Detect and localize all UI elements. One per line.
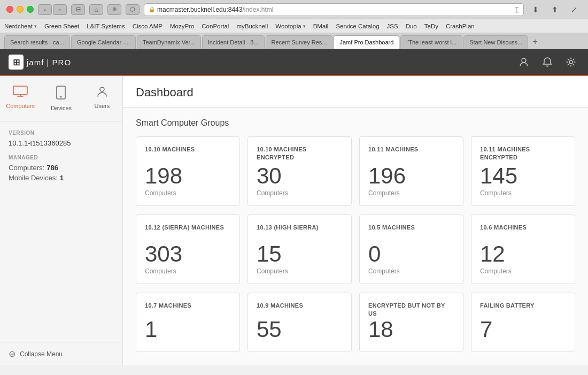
card-count: 303 [145, 243, 231, 265]
card-count: 196 [368, 165, 454, 187]
bookmark-mozy[interactable]: MozyPro [170, 23, 194, 29]
notifications-icon[interactable] [539, 53, 556, 71]
tabs-bar: Search results - ca... Google Calendar -… [0, 33, 588, 49]
tab-start-new-discuss[interactable]: Start New Discuss... [463, 35, 528, 49]
app-wrapper: ⊞ jamf | PRO Computers [0, 49, 588, 365]
users-icon [96, 86, 109, 101]
card-10-9-machines[interactable]: 10.9 MACHINES 55 [247, 293, 352, 352]
card-count: 145 [480, 165, 566, 187]
card-10-11-machines-enc[interactable]: 10.11 MACHINES ENCRYPTED 145 Computers [471, 136, 575, 206]
card-count: 15 [257, 243, 343, 265]
sidebar-item-users[interactable]: Users [82, 80, 122, 117]
tab-incident-detail[interactable]: Incident Detail - 8... [202, 35, 265, 49]
bookmark-lait[interactable]: L&IT Systems [87, 23, 125, 29]
cards-grid-row3: 10.7 MACHINES 1 10.9 MACHINES 55 [136, 293, 575, 352]
tab-search-results[interactable]: Search results - ca... [4, 35, 70, 49]
back-button[interactable]: ‹ [38, 4, 52, 15]
card-label: Computers [368, 189, 454, 197]
card-10-13-machines[interactable]: 10.13 (HIGH SIERRA) 15 Computers [247, 215, 352, 284]
mobile-managed-count: 1 [60, 174, 64, 182]
card-10-6-machines[interactable]: 10.6 MACHINES 12 Computers [471, 215, 575, 284]
bookmark-mybucknell[interactable]: myBucknell [236, 23, 268, 29]
tab-jamf-dashboard[interactable]: Jamf Pro Dashboard [334, 35, 399, 49]
svg-point-4 [60, 96, 62, 98]
nav-buttons: ‹ › [38, 4, 67, 15]
page-title: Dashboard [136, 86, 575, 100]
mobile-managed-label: Mobile Devices: [9, 174, 58, 182]
managed-label: MANAGED [9, 155, 114, 160]
card-10-12-machines[interactable]: 10.12 (SIERRA) MACHINES 303 Computers [136, 215, 240, 284]
app-topbar: ⊞ jamf | PRO [0, 49, 588, 76]
address-bar[interactable]: 🔒 macmaster.bucknell.edu:8443/index.html… [144, 3, 524, 16]
card-count: 0 [368, 243, 454, 265]
users-label: Users [94, 103, 110, 109]
collapse-menu-button[interactable]: ⊖ Collapse Menu [0, 342, 122, 365]
main-body: Smart Computer Groups 10.10 MACHINES 198… [123, 108, 588, 365]
card-title: 10.9 MACHINES [257, 302, 343, 310]
download-icon[interactable]: ⬇ [528, 2, 543, 17]
main-header: Dashboard [123, 76, 588, 108]
computers-label: Computers [6, 103, 35, 109]
cursor-icon: ⌶ [515, 5, 519, 13]
card-title: 10.12 (SIERRA) MACHINES [145, 224, 231, 232]
new-tab-button[interactable]: + [529, 36, 541, 48]
card-label: Computers [145, 267, 231, 275]
tab-least-worst[interactable]: "The least-worst i... [400, 35, 462, 49]
toolbar-icons: ⬇ ⬆ ⤢ [528, 2, 582, 17]
card-10-10-machines[interactable]: 10.10 MACHINES 198 Computers [136, 136, 240, 206]
sidebar-info: VERSION 10.1.1-t1513360285 MANAGED Compu… [0, 121, 122, 193]
card-10-10-machines-enc[interactable]: 10.10 MACHINES ENCRYPTED 30 Computers [247, 136, 352, 206]
bookmark-crashplan[interactable]: CrashPlan [446, 23, 475, 29]
card-title: 10.10 MACHINES ENCRYPTED [257, 146, 343, 162]
card-10-7-machines[interactable]: 10.7 MACHINES 1 [136, 293, 240, 352]
title-bar: ‹ › ⊟ ⌂ ✳ ⬡ 🔒 macmaster.bucknell.edu:844… [0, 0, 588, 19]
home-button[interactable]: ⌂ [89, 4, 103, 15]
card-label: Computers [480, 267, 566, 275]
card-encrypted-not-by-us[interactable]: ENCRYPTED BUT NOT BY US 18 [359, 293, 463, 352]
extensions-button[interactable]: ✳ [107, 4, 121, 15]
sidebar-item-devices[interactable]: Devices [41, 80, 81, 117]
tab-teamdynamix[interactable]: TeamDynamix Ver... [137, 35, 201, 49]
sidebar-nav: Computers Devices Users [0, 76, 122, 121]
settings-icon[interactable] [562, 53, 579, 71]
minimize-button[interactable] [17, 6, 24, 13]
card-count: 12 [480, 243, 566, 265]
bookmark-duo[interactable]: Duo [406, 23, 417, 29]
bookmark-jss[interactable]: JSS [387, 23, 398, 29]
card-label: Computers [145, 189, 231, 197]
card-title: 10.5 MACHINES [368, 224, 454, 232]
bookmark-cisco[interactable]: Cisco AMP [133, 23, 163, 29]
user-icon[interactable] [515, 53, 532, 71]
forward-button[interactable]: › [53, 4, 67, 15]
card-label: Computers [257, 267, 343, 275]
card-title: 10.7 MACHINES [145, 302, 231, 310]
sidebar-toggle[interactable]: ⊟ [71, 4, 85, 15]
tab-recent-survey[interactable]: Recent Survey Res... [266, 35, 333, 49]
card-count: 18 [368, 318, 454, 341]
card-10-5-machines[interactable]: 10.5 MACHINES 0 Computers [359, 215, 463, 284]
svg-rect-2 [13, 86, 27, 95]
bookmark-service-catalog[interactable]: Service Catalog [336, 23, 379, 29]
card-failing-battery[interactable]: FAILING BATTERY 7 [471, 293, 575, 352]
jamf-logo: ⊞ jamf | PRO [9, 55, 71, 70]
bookmark-bmail[interactable]: BMail [313, 23, 329, 29]
bookmark-conportal[interactable]: ConPortal [202, 23, 229, 29]
bookmark-green-sheet[interactable]: Green Sheet [44, 23, 79, 29]
fullscreen-icon[interactable]: ⤢ [567, 2, 582, 17]
maximize-button[interactable] [27, 6, 34, 13]
bookmark-tedy[interactable]: TeDy [424, 23, 438, 29]
bookmark-wootopia[interactable]: Wootopia▾ [275, 23, 305, 29]
tab-google-calendar[interactable]: Google Calendar -... [71, 35, 136, 49]
sidebar-item-computers[interactable]: Computers [0, 80, 41, 117]
card-count: 7 [480, 318, 566, 341]
share-icon[interactable]: ⬆ [547, 2, 562, 17]
version-label: VERSION [9, 130, 114, 136]
cards-grid-row2: 10.12 (SIERRA) MACHINES 303 Computers 10… [136, 215, 575, 284]
card-count: 198 [145, 165, 231, 187]
collapse-icon: ⊖ [9, 349, 16, 359]
card-10-11-machines[interactable]: 10.11 MACHINES 196 Computers [359, 136, 463, 206]
close-button[interactable] [6, 6, 13, 13]
bookmarks-button[interactable]: ⬡ [126, 4, 140, 15]
bookmark-nerdcheat[interactable]: Nerdcheat▾ [4, 23, 37, 29]
jamf-pro-label: jamf | PRO [27, 58, 71, 67]
